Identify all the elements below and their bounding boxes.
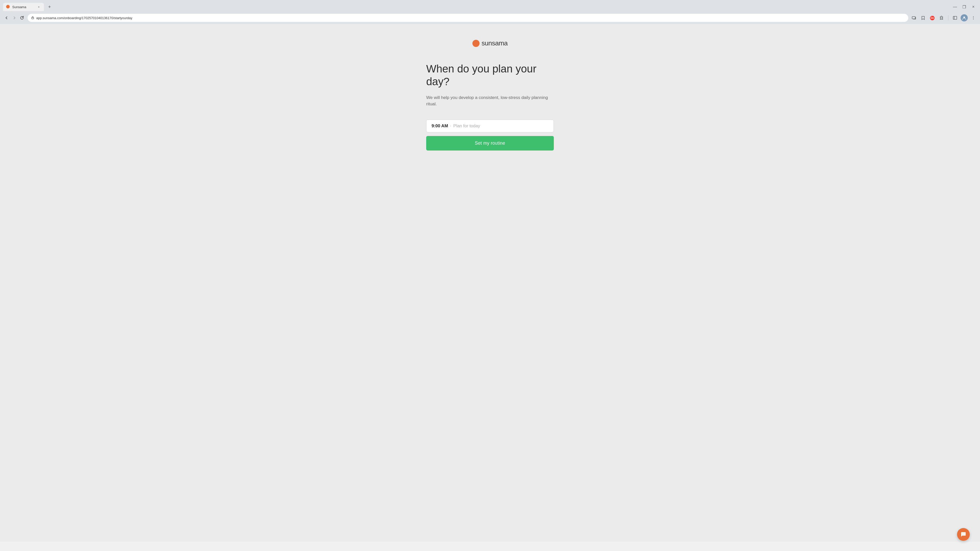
toolbar-right: ⛔ — [910, 14, 977, 21]
extension-adblock-button[interactable]: ⛔ — [929, 14, 936, 21]
time-separator: · — [450, 124, 452, 129]
svg-point-5 — [973, 16, 974, 17]
cast-button[interactable] — [910, 14, 918, 21]
set-routine-button[interactable]: Set my routine — [426, 136, 554, 151]
main-card: When do you plan your day? We will help … — [426, 62, 554, 151]
svg-rect-0 — [32, 17, 34, 19]
maximize-button[interactable]: ❐ — [961, 3, 968, 11]
tab-favicon — [6, 5, 10, 9]
page-title: When do you plan your day? — [426, 62, 554, 88]
svg-rect-2 — [953, 16, 957, 19]
time-description: Plan for today — [453, 124, 480, 129]
page-subtitle: We will help you develop a consistent, l… — [426, 94, 554, 107]
close-button[interactable]: × — [970, 3, 977, 11]
forward-button[interactable] — [11, 14, 18, 21]
minimize-button[interactable]: — — [951, 3, 959, 11]
page-content: sunsama When do you plan your day? We wi… — [0, 24, 980, 542]
lock-icon — [31, 16, 34, 20]
address-input[interactable]: app.sunsama.com/onboarding/1702570104013… — [27, 14, 908, 22]
logo-area: sunsama — [473, 39, 508, 47]
browser-chrome: Sunsama × + — ❐ × — [0, 0, 980, 24]
bookmark-button[interactable] — [920, 14, 927, 21]
sunsama-logo-text: sunsama — [482, 39, 508, 47]
back-button[interactable] — [3, 14, 10, 21]
svg-rect-1 — [912, 17, 915, 19]
address-bar: app.sunsama.com/onboarding/1702570104013… — [0, 12, 980, 24]
sunsama-logo-icon — [473, 40, 479, 47]
svg-point-7 — [973, 19, 974, 19]
new-tab-button[interactable]: + — [46, 3, 53, 11]
menu-button[interactable] — [970, 14, 977, 21]
time-input-row[interactable]: 9:00 AM · Plan for today — [426, 120, 554, 132]
extensions-button[interactable] — [938, 14, 945, 21]
browser-titlebar: Sunsama × + — ❐ × — [0, 0, 980, 12]
toolbar-divider — [948, 15, 948, 21]
svg-point-6 — [973, 17, 974, 18]
nav-buttons — [3, 14, 25, 21]
time-value: 9:00 AM — [431, 124, 448, 129]
profile-button[interactable] — [961, 14, 968, 21]
sidebar-button[interactable] — [951, 14, 959, 21]
url-text: app.sunsama.com/onboarding/1702570104013… — [36, 16, 905, 20]
active-tab[interactable]: Sunsama × — [3, 3, 44, 11]
chat-widget-button[interactable] — [957, 528, 970, 541]
window-controls: — ❐ × — [951, 3, 977, 11]
tab-title: Sunsama — [12, 5, 35, 9]
reload-button[interactable] — [18, 14, 25, 21]
tab-close-button[interactable]: × — [37, 5, 41, 9]
